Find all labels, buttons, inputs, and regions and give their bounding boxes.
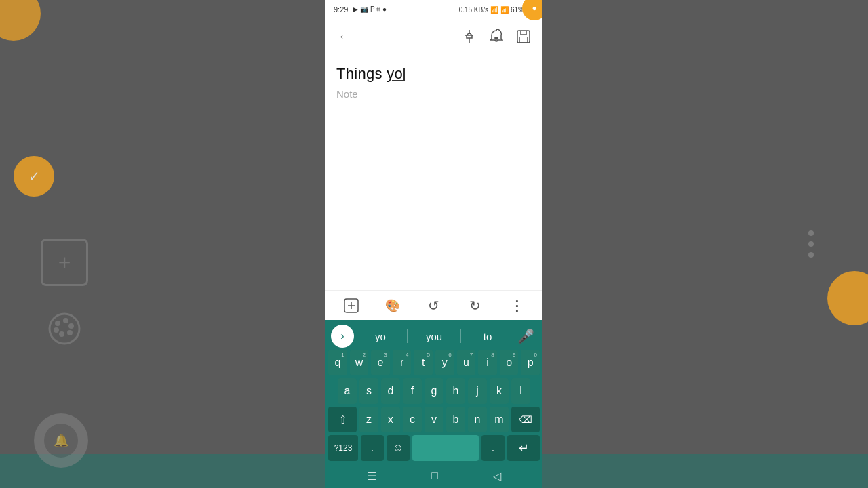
status-time: 9:29 xyxy=(334,5,348,14)
phone-container: 9:29 ▶ 📷 P ⌗ ● 0.15 KB/s 📶 📶 61% 🔋 ← xyxy=(326,0,542,488)
status-kb: 0.15 KB/s xyxy=(459,6,488,14)
note-title-text: Things xyxy=(336,65,387,82)
redo-button[interactable]: ↻ xyxy=(465,295,486,317)
svg-point-4 xyxy=(67,330,73,336)
bg-add-icon: + xyxy=(41,239,88,286)
space-bar[interactable] xyxy=(412,435,479,461)
suggestions-row: › yo you to 🎤 xyxy=(328,323,540,350)
status-wifi: 📶 xyxy=(490,6,498,14)
shift-button[interactable]: ⇧ xyxy=(328,407,357,432)
note-placeholder: Note xyxy=(336,88,532,100)
keyboard: › yo you to 🎤 1q 2w 3e 4r 5t 6y 7u 8i 9o… xyxy=(326,320,542,464)
key-p[interactable]: 0p xyxy=(521,350,540,375)
note-area[interactable]: Things yo Note xyxy=(326,54,542,290)
enter-button[interactable]: ↵ xyxy=(507,435,540,461)
key-c[interactable]: c xyxy=(403,407,422,432)
svg-point-5 xyxy=(59,331,64,337)
svg-point-3 xyxy=(68,323,74,329)
key-e[interactable]: 3e xyxy=(371,350,390,375)
add-content-button[interactable] xyxy=(340,295,362,317)
note-title-underline: yo xyxy=(387,65,403,82)
key-row-4: ?123 . ☺ . ↵ xyxy=(328,435,540,461)
key-o[interactable]: 9o xyxy=(500,350,519,375)
more-options-button[interactable]: ⋮ xyxy=(506,295,528,317)
key-j[interactable]: j xyxy=(468,378,487,404)
backspace-button[interactable]: ⌫ xyxy=(511,407,540,432)
key-row-2: a s d f g h j k l xyxy=(328,378,540,404)
key-n[interactable]: n xyxy=(468,407,487,432)
toolbar: 🎨 ↺ ↻ ⋮ ● xyxy=(326,290,542,320)
emoji-button[interactable]: ☺ xyxy=(387,435,410,461)
svg-point-2 xyxy=(63,318,68,323)
nav-bar: ☰ □ ◁ xyxy=(326,464,542,488)
svg-point-6 xyxy=(54,327,59,333)
suggestion-to[interactable]: to xyxy=(461,328,514,345)
svg-rect-10 xyxy=(494,37,498,39)
key-q[interactable]: 1q xyxy=(328,350,347,375)
key-r[interactable]: 4r xyxy=(393,350,412,375)
key-h[interactable]: h xyxy=(446,378,465,404)
key-row-3: ⇧ z x c v b n m ⌫ xyxy=(328,407,540,432)
key-b[interactable]: b xyxy=(446,407,465,432)
symbols-button[interactable]: ?123 xyxy=(328,435,358,461)
key-f[interactable]: f xyxy=(403,378,422,404)
save-button[interactable] xyxy=(515,28,532,45)
key-s[interactable]: s xyxy=(359,378,378,404)
key-g[interactable]: g xyxy=(425,378,443,404)
pin-button[interactable] xyxy=(461,28,477,45)
cursor xyxy=(403,68,405,81)
key-a[interactable]: a xyxy=(338,378,357,404)
suggestion-yo[interactable]: yo xyxy=(354,328,407,345)
status-icons: ▶ 📷 P ⌗ ● xyxy=(353,5,387,14)
bg-more-dots xyxy=(808,230,814,258)
key-u[interactable]: 7u xyxy=(457,350,476,375)
svg-point-1 xyxy=(55,321,60,326)
key-w[interactable]: 2w xyxy=(350,350,369,375)
back-button[interactable]: ← xyxy=(336,28,353,45)
key-k[interactable]: k xyxy=(490,378,509,404)
undo-button[interactable]: ↺ xyxy=(423,295,445,317)
suggestion-you[interactable]: you xyxy=(408,328,460,345)
key-l[interactable]: l xyxy=(511,378,530,404)
key-row-1: 1q 2w 3e 4r 5t 6y 7u 8i 9o 0p xyxy=(328,350,540,375)
status-bar: 9:29 ▶ 📷 P ⌗ ● 0.15 KB/s 📶 📶 61% 🔋 xyxy=(326,0,542,19)
nav-menu-button[interactable]: ☰ xyxy=(367,470,376,483)
nav-back-button[interactable]: ◁ xyxy=(493,470,501,483)
key-x[interactable]: x xyxy=(381,407,400,432)
key-v[interactable]: v xyxy=(425,407,443,432)
reminder-button[interactable] xyxy=(488,28,505,45)
nav-home-button[interactable]: □ xyxy=(431,470,438,482)
key-z[interactable]: z xyxy=(359,407,378,432)
key-d[interactable]: d xyxy=(381,378,400,404)
period-button[interactable]: . xyxy=(361,435,384,461)
key-i[interactable]: 8i xyxy=(478,350,497,375)
expand-suggestions-button[interactable]: › xyxy=(331,325,354,348)
app-bar: ← xyxy=(326,19,542,54)
period-right-button[interactable]: . xyxy=(481,435,505,461)
key-t[interactable]: 5t xyxy=(414,350,433,375)
bg-palette-icon xyxy=(41,305,88,352)
status-signal: 📶 xyxy=(500,6,509,14)
note-title: Things yo xyxy=(336,65,532,83)
palette-button[interactable]: 🎨 xyxy=(382,295,403,317)
key-y[interactable]: 6y xyxy=(435,350,454,375)
key-m[interactable]: m xyxy=(490,407,509,432)
voice-input-button[interactable]: 🎤 xyxy=(514,328,537,344)
